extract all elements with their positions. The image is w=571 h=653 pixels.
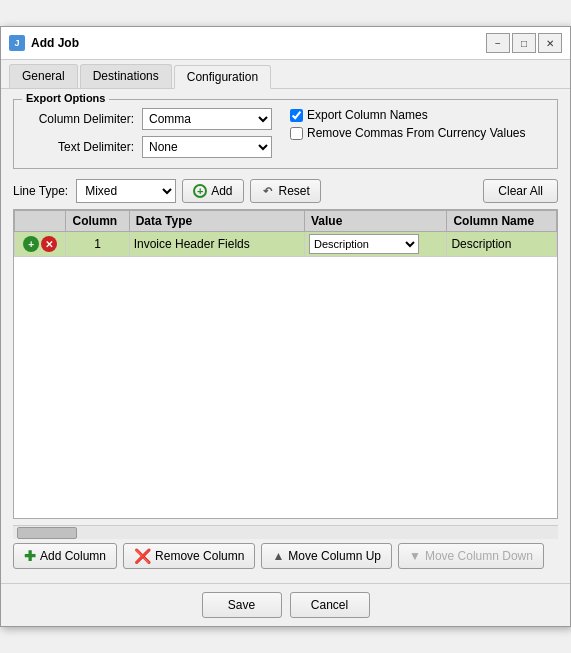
scrollbar-thumb[interactable] xyxy=(17,527,77,539)
move-column-up-button[interactable]: ▲ Move Column Up xyxy=(261,543,392,569)
column-delimiter-label: Column Delimiter: xyxy=(24,112,134,126)
row-column-name: Description xyxy=(447,232,557,257)
row-remove-button[interactable]: ✕ xyxy=(41,236,57,252)
bottom-toolbar: ✚ Add Column ❌ Remove Column ▲ Move Colu… xyxy=(13,539,558,573)
remove-column-icon: ❌ xyxy=(134,548,151,564)
remove-commas-checkbox[interactable] xyxy=(290,127,303,140)
add-column-icon: ✚ xyxy=(24,548,36,564)
col-header-datatype: Data Type xyxy=(129,211,304,232)
minimize-button[interactable]: − xyxy=(486,33,510,53)
window-title: Add Job xyxy=(31,36,486,50)
export-column-names-row: Export Column Names xyxy=(290,108,526,122)
save-button[interactable]: Save xyxy=(202,592,282,618)
move-column-up-label: Move Column Up xyxy=(288,549,381,563)
add-button[interactable]: + Add xyxy=(182,179,243,203)
col-header-colname: Column Name xyxy=(447,211,557,232)
footer: Save Cancel xyxy=(1,583,570,626)
reset-button[interactable]: ↶ Reset xyxy=(250,179,321,203)
move-up-icon: ▲ xyxy=(272,549,284,563)
move-down-icon: ▼ xyxy=(409,549,421,563)
add-icon: + xyxy=(193,184,207,198)
export-options-group: Export Options Column Delimiter: Comma T… xyxy=(13,99,558,169)
export-options-title: Export Options xyxy=(22,92,109,104)
tab-bar: General Destinations Configuration xyxy=(1,60,570,89)
col-header-icon xyxy=(15,211,66,232)
remove-column-button[interactable]: ❌ Remove Column xyxy=(123,543,255,569)
data-table: Column Data Type Value Column Name xyxy=(14,210,557,257)
add-column-label: Add Column xyxy=(40,549,106,563)
title-bar: J Add Job − □ ✕ xyxy=(1,27,570,60)
export-column-names-label: Export Column Names xyxy=(307,108,428,122)
row-controls-cell: + ✕ xyxy=(15,232,66,257)
move-column-down-button[interactable]: ▼ Move Column Down xyxy=(398,543,544,569)
tab-configuration[interactable]: Configuration xyxy=(174,65,271,89)
checkbox-group: Export Column Names Remove Commas From C… xyxy=(290,108,526,140)
close-button[interactable]: ✕ xyxy=(538,33,562,53)
row-column-number: 1 xyxy=(66,232,129,257)
col-header-column: Column xyxy=(66,211,129,232)
line-type-select[interactable]: Mixed Header Detail xyxy=(76,179,176,203)
remove-commas-label: Remove Commas From Currency Values xyxy=(307,126,526,140)
main-content: Export Options Column Delimiter: Comma T… xyxy=(1,89,570,583)
text-delimiter-label: Text Delimiter: xyxy=(24,140,134,154)
cancel-button[interactable]: Cancel xyxy=(290,592,370,618)
move-column-down-label: Move Column Down xyxy=(425,549,533,563)
export-column-names-checkbox[interactable] xyxy=(290,109,303,122)
remove-commas-row: Remove Commas From Currency Values xyxy=(290,126,526,140)
table-row: + ✕ 1 Invoice Header Fields Desc xyxy=(15,232,557,257)
horizontal-scrollbar[interactable] xyxy=(13,525,558,539)
reset-label: Reset xyxy=(279,184,310,198)
add-column-button[interactable]: ✚ Add Column xyxy=(13,543,117,569)
row-data-type: Invoice Header Fields xyxy=(129,232,304,257)
maximize-button[interactable]: □ xyxy=(512,33,536,53)
text-delimiter-row: Text Delimiter: None Double Quote Single… xyxy=(24,136,272,158)
add-label: Add xyxy=(211,184,232,198)
line-type-toolbar: Line Type: Mixed Header Detail + Add ↶ R… xyxy=(13,179,558,203)
col-header-value: Value xyxy=(304,211,446,232)
remove-column-label: Remove Column xyxy=(155,549,244,563)
app-icon: J xyxy=(9,35,25,51)
column-delimiter-row: Column Delimiter: Comma Tab Pipe Semicol… xyxy=(24,108,272,130)
row-add-button[interactable]: + xyxy=(23,236,39,252)
column-delimiter-select[interactable]: Comma Tab Pipe Semicolon xyxy=(142,108,272,130)
line-type-label: Line Type: xyxy=(13,184,68,198)
window-controls: − □ ✕ xyxy=(486,33,562,53)
text-delimiter-select[interactable]: None Double Quote Single Quote xyxy=(142,136,272,158)
clear-all-label: Clear All xyxy=(498,184,543,198)
clear-all-button[interactable]: Clear All xyxy=(483,179,558,203)
table-header-row: Column Data Type Value Column Name xyxy=(15,211,557,232)
main-window: J Add Job − □ ✕ General Destinations Con… xyxy=(0,26,571,627)
row-value-select[interactable]: Description Invoice Number Date Amount xyxy=(309,234,419,254)
tab-destinations[interactable]: Destinations xyxy=(80,64,172,88)
reset-icon: ↶ xyxy=(261,184,275,198)
data-table-container: Column Data Type Value Column Name xyxy=(13,209,558,519)
row-value-cell: Description Invoice Number Date Amount xyxy=(304,232,446,257)
tab-general[interactable]: General xyxy=(9,64,78,88)
